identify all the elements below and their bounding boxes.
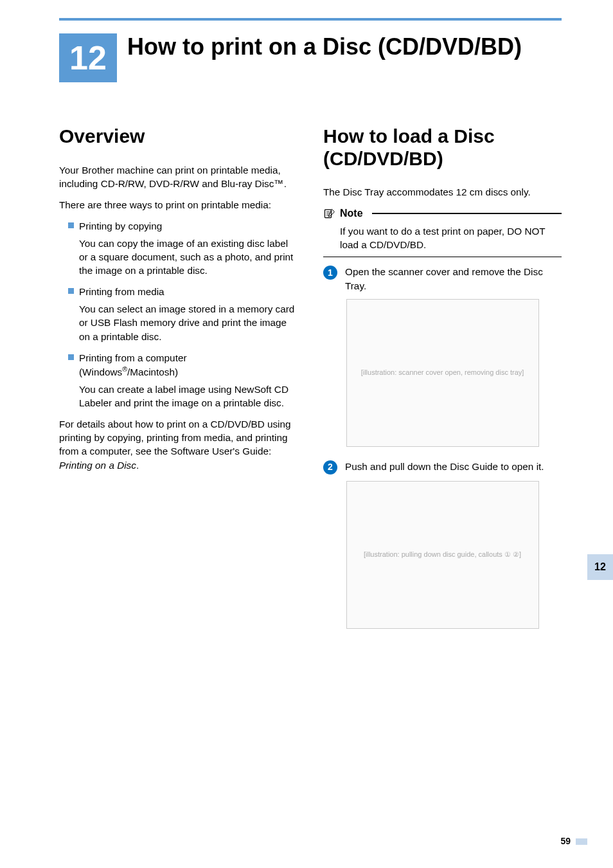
bullet-title: Printing from media [79, 285, 298, 298]
bullet-title-line2-post: /Macintosh) [127, 366, 178, 377]
bullet-media: Printing from media [59, 285, 298, 298]
figure-scanner-cover: [illustration: scanner cover open, remov… [346, 299, 539, 447]
square-bullet-icon [68, 222, 74, 228]
page-number: 59 [560, 836, 571, 846]
square-bullet-icon [68, 354, 74, 360]
chapter-side-tab: 12 [587, 554, 613, 580]
overview-heading: Overview [59, 125, 298, 148]
header-accent-bar [59, 18, 562, 21]
overview-intro-1: Your Brother machine can print on printa… [59, 163, 298, 190]
bullet-computer: Printing from a computer (Windows®/Macin… [59, 351, 298, 379]
step-text: Open the scanner cover and remove the Di… [345, 265, 562, 292]
footer-emphasis: Printing on a Disc [59, 460, 136, 471]
bullet-computer-desc: You can create a label image using NewSo… [59, 383, 298, 410]
step-number-badge: 2 [323, 460, 337, 475]
page-number-accent [576, 838, 587, 845]
step-2: 2 Push and pull down the Disc Guide to o… [323, 460, 562, 475]
bullet-copying-desc: You can copy the image of an existing di… [59, 237, 298, 277]
bullet-title: Printing from a computer (Windows®/Macin… [79, 351, 298, 379]
figure-disc-guide: [illustration: pulling down disc guide, … [346, 481, 539, 629]
load-disc-heading: How to load a Disc (CD/DVD/BD) [323, 125, 562, 170]
note-header: Note [323, 206, 562, 221]
chapter-header: 12 How to print on a Disc (CD/DVD/BD) [59, 33, 562, 82]
footer-pre: For details about how to print on a CD/D… [59, 419, 291, 457]
bullet-media-desc: You can select an image stored in a memo… [59, 302, 298, 343]
note-body: If you want to do a test print on paper,… [323, 221, 562, 257]
note-block: Note If you want to do a test print on p… [323, 206, 562, 257]
right-column: How to load a Disc (CD/DVD/BD) The Disc … [323, 125, 562, 642]
chapter-title: How to print on a Disc (CD/DVD/BD) [127, 33, 562, 60]
step-text: Push and pull down the Disc Guide to ope… [345, 460, 562, 475]
square-bullet-icon [68, 288, 74, 294]
bullet-title-line1: Printing from a computer [79, 352, 186, 363]
load-disc-intro: The Disc Tray accommodates 12 cm discs o… [323, 185, 562, 199]
bullet-title-line2-pre: (Windows [79, 366, 122, 377]
note-rule [372, 213, 562, 214]
content-columns: Overview Your Brother machine can print … [59, 125, 562, 642]
registered-mark: ® [122, 365, 127, 373]
footer-post: . [136, 460, 139, 471]
bullet-title: Printing by copying [79, 219, 298, 233]
note-label: Note [340, 206, 363, 221]
overview-footer: For details about how to print on a CD/D… [59, 417, 298, 471]
bullet-copying: Printing by copying [59, 219, 298, 233]
overview-intro-2: There are three ways to print on printab… [59, 198, 298, 212]
pencil-note-icon [323, 207, 336, 220]
step-1: 1 Open the scanner cover and remove the … [323, 265, 562, 292]
chapter-number: 12 [59, 33, 117, 82]
step-number-badge: 1 [323, 266, 337, 280]
left-column: Overview Your Brother machine can print … [59, 125, 298, 642]
